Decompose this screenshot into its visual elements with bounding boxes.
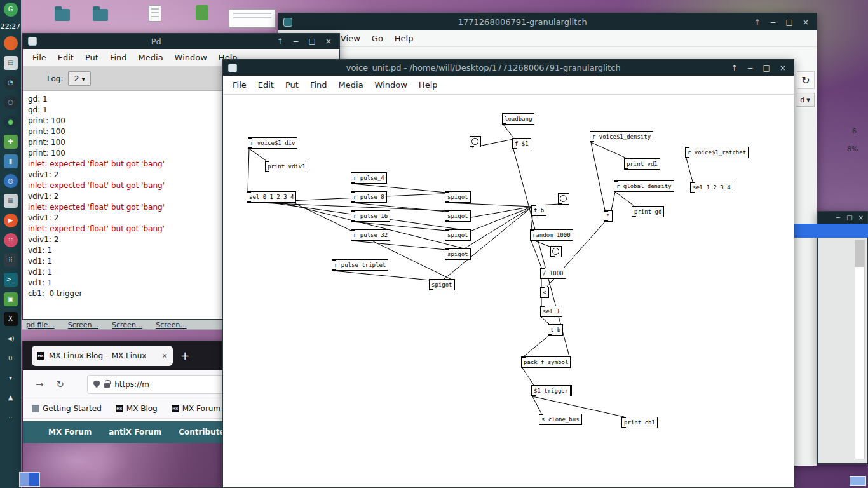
site-nav-link[interactable]: antiX Forum — [109, 428, 161, 437]
pd-object-bang-3[interactable] — [550, 246, 562, 257]
pd-object-sel-1[interactable]: sel 1 — [540, 306, 562, 317]
reload-button[interactable]: ↻ — [57, 379, 65, 390]
bookmark-item[interactable]: MXMX Forum — [172, 404, 220, 413]
pd-object-r-voice-density[interactable]: r voice$1_density — [590, 131, 653, 142]
scrollbar[interactable] — [855, 240, 865, 459]
minimize-button[interactable]: − — [293, 37, 299, 45]
reload-button[interactable]: ↻ — [797, 71, 815, 89]
menu-put[interactable]: Put — [280, 80, 304, 90]
pd-object-r-pulse-16[interactable]: r pulse_16 — [351, 210, 390, 222]
eject-device-icon[interactable]: ▲ — [4, 391, 18, 405]
rollup-button[interactable]: ↑ — [276, 37, 283, 45]
site-nav-link[interactable]: MX Forum — [48, 428, 92, 437]
menu-edit[interactable]: Edit — [252, 80, 280, 90]
pd-object-r-pulse-8[interactable]: r pulse_8 — [351, 191, 387, 203]
menu-window[interactable]: Window — [169, 53, 213, 62]
forward-button[interactable]: → — [36, 379, 44, 390]
file-manager-icon[interactable]: ▤ — [4, 56, 18, 70]
pd-object-div-1000[interactable]: / 1000 — [540, 268, 566, 279]
app-menu-grid-icon[interactable]: ⠿ — [4, 253, 18, 267]
menu-media[interactable]: Media — [133, 53, 169, 62]
rollup-button[interactable]: ↑ — [754, 18, 760, 26]
tab-close-icon[interactable]: × — [161, 351, 168, 360]
maximize-button[interactable]: □ — [763, 64, 770, 72]
menu-go[interactable]: Go — [366, 34, 389, 43]
pd-object-r-voice-div[interactable]: r voice$1_div — [248, 137, 297, 149]
pd-object-r-pulse-4[interactable]: r pulse_4 — [351, 172, 387, 184]
site-nav-link[interactable]: Contribute — [179, 428, 224, 437]
color-tool-icon[interactable]: ∷ — [4, 233, 18, 247]
browser-tab[interactable]: MX MX Linux Blog – MX Linux × — [32, 346, 173, 366]
menu-find[interactable]: Find — [104, 53, 133, 62]
patch-canvas[interactable]: loadbangr voice$1_divprint vdiv1sel 0 1 … — [223, 95, 794, 487]
arrow-small-icon[interactable]: ▾ — [4, 371, 18, 385]
close-button[interactable]: × — [803, 18, 809, 26]
pd-object-sel-0-1-2-3-4[interactable]: sel 0 1 2 3 4 — [247, 191, 296, 203]
bookmark-item[interactable]: Getting Started — [32, 404, 102, 413]
side-window-titlebar[interactable]: − □ × — [818, 212, 867, 224]
close-button[interactable]: × — [858, 215, 864, 221]
utility-dark-2-icon[interactable]: ○ — [4, 95, 18, 109]
workspace-pager[interactable] — [19, 472, 40, 487]
utility-dark-1-icon[interactable]: ◔ — [4, 76, 18, 90]
log-level-dropdown[interactable]: 2 ▾ — [68, 71, 91, 86]
pd-object-print-gd[interactable]: print gd — [632, 206, 664, 217]
pd-object-t-b-2[interactable]: t b — [548, 324, 563, 336]
pd-object-sel-1-2-3-4[interactable]: sel 1 2 3 4 — [690, 182, 733, 193]
taskbar-window-button[interactable]: Screen... — [68, 321, 98, 329]
close-button[interactable]: × — [325, 37, 332, 45]
patch-titlebar[interactable]: voice_unit.pd - /home/will/Desktop/17712… — [223, 60, 794, 76]
package-installer-icon[interactable]: ✚ — [4, 135, 18, 149]
taskbar-window-button[interactable]: Screen... — [156, 321, 186, 329]
menu-help[interactable]: Help — [389, 34, 419, 43]
pd-object-s-clone-bus[interactable]: s clone_bus — [539, 414, 582, 425]
file-manager-titlebar[interactable]: 1771268006791-granularglitch ↑ − □ × — [278, 13, 817, 30]
pd-object-loadbang[interactable]: loadbang — [502, 113, 534, 125]
pd-object-less-than[interactable]: < — [540, 287, 549, 298]
pd-object-spigot-2[interactable]: spigot — [445, 210, 471, 222]
pd-object-bang-2[interactable] — [558, 193, 569, 205]
scrollbar-thumb[interactable] — [855, 240, 864, 267]
pd-object-r-voice-ratchet[interactable]: r voice$1_ratchet — [685, 147, 749, 158]
pd-object-print-cb1[interactable]: print cb1 — [621, 417, 658, 428]
green-tool-icon[interactable]: ▣ — [4, 292, 18, 306]
menu-help[interactable]: Help — [413, 80, 444, 90]
desktop-preview-card[interactable] — [229, 9, 276, 28]
pd-object-r-global-density[interactable]: r global_density — [614, 180, 674, 192]
bookmark-item[interactable]: MXMX Blog — [116, 404, 158, 413]
minimize-button[interactable]: − — [836, 215, 841, 221]
desktop-folder-icon[interactable] — [93, 9, 108, 21]
pd-object-pack-f-symbol[interactable]: pack f symbol — [521, 356, 571, 368]
maximize-button[interactable]: □ — [309, 37, 316, 45]
pd-object-print-vd1[interactable]: print vd1 — [624, 158, 660, 170]
desktop-package-icon[interactable] — [196, 5, 208, 20]
desktop-document-icon[interactable] — [149, 5, 161, 22]
maximize-button[interactable]: □ — [786, 18, 793, 26]
volume-icon[interactable]: ◄) — [4, 332, 18, 346]
screenshot-camera-icon[interactable]: ◎ — [4, 174, 18, 188]
media-player-icon[interactable]: ▶ — [4, 214, 18, 227]
pd-object-spigot-1[interactable]: spigot — [445, 191, 471, 203]
pd-object-msg-dollar1-trigger[interactable]: $1 trigger — [531, 385, 572, 396]
selected-row-highlight[interactable] — [794, 224, 868, 238]
utility-dark-3-icon[interactable]: ● — [4, 115, 18, 129]
pd-object-spigot-5[interactable]: spigot — [429, 279, 455, 290]
terminal-icon[interactable]: >_ — [4, 273, 18, 287]
menu-media[interactable]: Media — [333, 80, 369, 90]
dots-small-icon[interactable]: ·· — [4, 410, 18, 424]
pd-object-r-pulse-triplet[interactable]: r pulse_triplet — [332, 259, 388, 271]
taskbar-window-button[interactable]: pd file... — [26, 321, 55, 329]
clipboard-clip-icon[interactable]: ∪ — [4, 351, 18, 365]
rollup-button[interactable]: ↑ — [731, 64, 737, 72]
menu-find[interactable]: Find — [304, 80, 333, 90]
pd-object-f-dollar1[interactable]: f $1 — [512, 138, 531, 149]
minimize-button[interactable]: − — [770, 18, 776, 26]
image-viewer-icon[interactable]: ▦ — [4, 194, 18, 208]
xterm-icon[interactable]: X — [4, 312, 18, 326]
desktop-folder-icon[interactable] — [55, 9, 70, 21]
pd-console-titlebar[interactable]: Pd ↑ − □ × — [23, 34, 339, 49]
menu-file[interactable]: File — [27, 53, 52, 62]
pd-object-multiply[interactable]: * — [604, 210, 613, 222]
menu-put[interactable]: Put — [79, 53, 104, 62]
shield-icon[interactable] — [93, 381, 100, 388]
